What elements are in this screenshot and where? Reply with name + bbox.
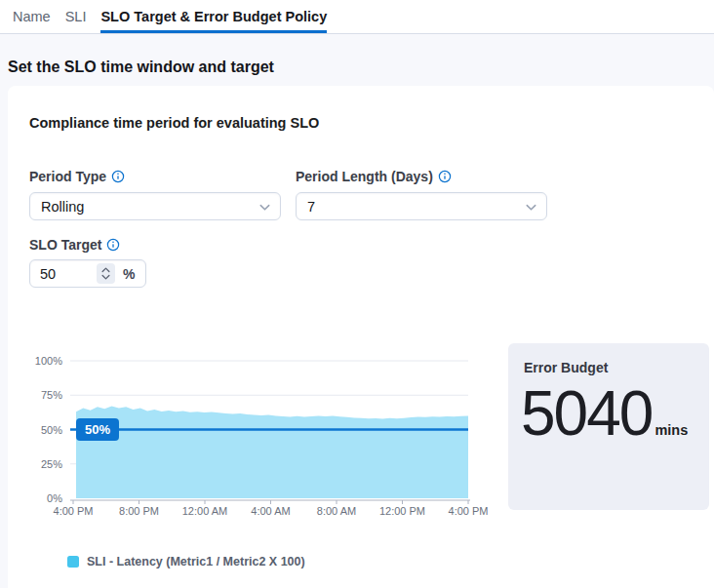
period-type-value: Rolling bbox=[41, 199, 84, 215]
legend-item-sli-latency[interactable]: SLI - Latency (Metric1 / Metric2 X 100) bbox=[67, 554, 305, 569]
number-stepper[interactable] bbox=[97, 263, 115, 284]
x-axis-tick-label: 4:00 AM bbox=[240, 504, 302, 518]
slo-target-label: SLO Target bbox=[29, 236, 120, 254]
tab-name[interactable]: Name bbox=[13, 0, 51, 33]
period-length-select[interactable]: 7 bbox=[296, 192, 547, 220]
period-length-label-text: Period Length (Days) bbox=[296, 168, 433, 185]
x-axis-tick-label: 8:00 AM bbox=[305, 504, 368, 518]
y-axis-tick-label: 50% bbox=[25, 423, 62, 437]
tab-bar: Name SLI SLO Target & Error Budget Polic… bbox=[0, 0, 714, 34]
y-axis-tick-label: 100% bbox=[25, 354, 62, 368]
percent-unit-label: % bbox=[123, 266, 135, 282]
info-icon[interactable] bbox=[111, 170, 125, 183]
y-axis-tick-label: 0% bbox=[25, 491, 62, 505]
chart-plot-area bbox=[70, 353, 472, 507]
legend-swatch bbox=[67, 556, 79, 568]
error-budget-title: Error Budget bbox=[524, 360, 608, 375]
compliance-section-heading: Compliance time period for evaluating SL… bbox=[29, 113, 319, 133]
slo-target-input[interactable] bbox=[30, 266, 97, 282]
chevron-down-icon bbox=[524, 200, 538, 217]
tab-sli[interactable]: SLI bbox=[65, 0, 87, 33]
slo-target-input-group: % bbox=[29, 259, 146, 288]
slo-threshold-badge: 50% bbox=[76, 418, 119, 441]
y-axis-tick-label: 75% bbox=[25, 388, 62, 402]
period-length-value: 7 bbox=[307, 199, 315, 215]
error-budget-panel: Error Budget 5040 mins bbox=[508, 343, 709, 510]
page-title: Set the SLO time window and target bbox=[8, 58, 274, 77]
period-length-label: Period Length (Days) bbox=[296, 168, 452, 185]
period-type-label: Period Type bbox=[29, 168, 125, 185]
x-axis-tick-label: 4:00 PM bbox=[42, 504, 104, 518]
error-budget-value: 5040 bbox=[521, 378, 652, 451]
x-axis-tick-label: 4:00 PM bbox=[437, 504, 499, 518]
x-axis-tick-label: 12:00 PM bbox=[372, 504, 434, 518]
chevron-down-icon bbox=[258, 200, 272, 217]
error-budget-unit: mins bbox=[654, 422, 688, 438]
x-axis-tick-label: 12:00 AM bbox=[174, 504, 236, 518]
slo-target-label-text: SLO Target bbox=[29, 236, 101, 254]
period-type-label-text: Period Type bbox=[29, 168, 106, 185]
legend-label: SLI - Latency (Metric1 / Metric2 X 100) bbox=[87, 554, 305, 569]
sli-preview-chart: 50% 100%75%50%25%0%4:00 PM8:00 PM12:00 A… bbox=[25, 349, 474, 523]
chevron-up-icon bbox=[101, 267, 110, 273]
x-axis-tick-label: 8:00 PM bbox=[108, 504, 171, 518]
period-type-select[interactable]: Rolling bbox=[29, 192, 281, 220]
info-icon[interactable] bbox=[438, 170, 452, 183]
y-axis-tick-label: 25% bbox=[25, 457, 62, 471]
chevron-down-icon bbox=[101, 274, 110, 280]
tab-slo-target-error-budget[interactable]: SLO Target & Error Budget Policy bbox=[100, 0, 327, 33]
error-budget-value-row: 5040 mins bbox=[521, 378, 688, 451]
slo-editor-page: Name SLI SLO Target & Error Budget Polic… bbox=[0, 0, 714, 588]
info-icon[interactable] bbox=[106, 238, 120, 252]
